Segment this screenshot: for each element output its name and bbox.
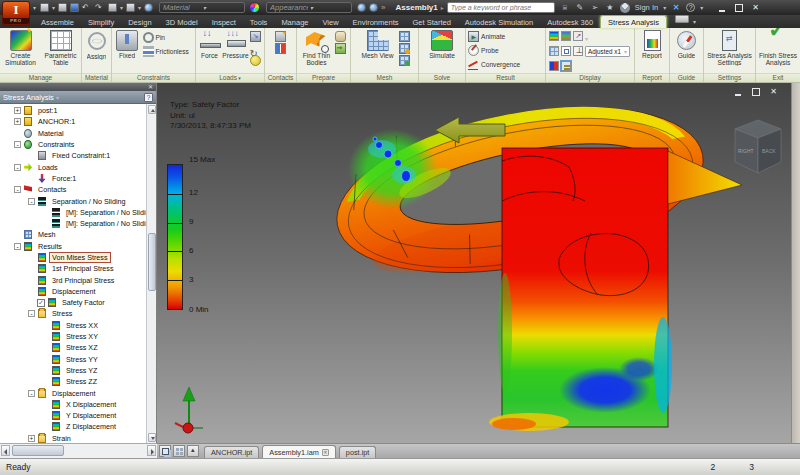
- help-icon[interactable]: ?: [686, 3, 695, 12]
- pencil-icon[interactable]: [575, 3, 585, 13]
- tree-item[interactable]: Displacement: [0, 387, 156, 398]
- probe-button[interactable]: Probe: [467, 44, 500, 57]
- panel-label-solve[interactable]: Solve: [419, 73, 465, 82]
- image-caret-icon[interactable]: [120, 3, 123, 12]
- tree-expander-icon[interactable]: [14, 164, 21, 171]
- tree-item[interactable]: Strain: [0, 433, 156, 443]
- gravity-icon[interactable]: [250, 55, 261, 66]
- search-binoculars-icon[interactable]: [560, 3, 570, 13]
- graphics-viewport[interactable]: RIGHT BACK Type: Safety Factor Unit: ul …: [157, 83, 791, 443]
- parametric-table-button[interactable]: Parametric Table: [41, 29, 80, 66]
- exchange-apps-icon[interactable]: [671, 3, 681, 13]
- ribbon-tab[interactable]: Autodesk Simulation: [458, 15, 540, 28]
- guide-button[interactable]: Guide: [672, 29, 702, 59]
- panel-label-prepare[interactable]: Prepare: [297, 73, 350, 82]
- tree-item[interactable]: Stress YZ: [0, 365, 156, 376]
- save-icon[interactable]: [70, 3, 79, 12]
- ribbon-tab[interactable]: Simplify: [81, 15, 121, 28]
- help-caret-icon[interactable]: [700, 3, 703, 12]
- document-tab[interactable]: Assembly1.iam: [262, 445, 335, 458]
- assign-material-button[interactable]: Assign: [83, 29, 110, 60]
- ribbon-tab[interactable]: Get Started: [405, 15, 457, 28]
- post-block-model[interactable]: [489, 148, 672, 431]
- tree-item[interactable]: Stress ZZ: [0, 376, 156, 387]
- tree-item[interactable]: Stress: [0, 308, 156, 319]
- ribbon-tab[interactable]: 3D Model: [159, 15, 205, 28]
- tree-item[interactable]: Force:1: [0, 173, 156, 184]
- tree-item[interactable]: Contacts: [0, 184, 156, 195]
- panel-label-report[interactable]: Report: [635, 73, 669, 82]
- moment-icon[interactable]: [250, 43, 261, 54]
- scrollbar-thumb[interactable]: [148, 233, 156, 291]
- report-button[interactable]: Report: [637, 29, 667, 59]
- tree-expander-icon[interactable]: [28, 435, 35, 442]
- tree-item[interactable]: Fixed Constraint:1: [0, 150, 156, 161]
- browser-header[interactable]: Stress Analysis ?: [0, 91, 156, 104]
- tree-expander-icon[interactable]: [14, 107, 21, 114]
- tree-item[interactable]: Material: [0, 128, 156, 139]
- material-dropdown[interactable]: Material: [159, 2, 245, 13]
- application-menu-button[interactable]: I PRO: [2, 1, 30, 26]
- stress-analysis-settings-button[interactable]: Stress Analysis Settings: [705, 29, 754, 66]
- view-cube[interactable]: RIGHT BACK: [735, 120, 781, 173]
- ribbon-tab[interactable]: Design: [121, 15, 158, 28]
- ribbon-tab[interactable]: Manage: [274, 15, 315, 28]
- element-visibility-icon[interactable]: [549, 46, 559, 56]
- mesh-view-button[interactable]: Mesh View: [358, 29, 398, 59]
- force-button[interactable]: Force: [198, 29, 222, 59]
- tree-item[interactable]: Results: [0, 241, 156, 252]
- panel-label-material[interactable]: Material: [82, 73, 111, 82]
- sign-in-caret-icon[interactable]: [663, 3, 666, 12]
- animate-button[interactable]: Animate: [467, 30, 506, 43]
- tree-item[interactable]: Loads: [0, 161, 156, 172]
- favorites-star-icon[interactable]: [605, 3, 615, 13]
- tree-expander-icon[interactable]: [14, 141, 21, 148]
- tree-item[interactable]: Stress XY: [0, 331, 156, 342]
- cascade-windows-icon[interactable]: [159, 445, 171, 457]
- tree-item[interactable]: [M]: Separation / No Sliding: [0, 207, 156, 218]
- panel-label-manage[interactable]: Manage: [0, 73, 81, 82]
- convergence-settings-icon[interactable]: [399, 55, 410, 66]
- panel-label-result[interactable]: Result: [466, 73, 545, 82]
- scroll-right-icon[interactable]: [147, 445, 156, 456]
- find-thin-bodies-button[interactable]: Find Thin Bodies: [300, 29, 334, 66]
- tree-item[interactable]: Stress XZ: [0, 342, 156, 353]
- ribbon-tab[interactable]: Stress Analysis: [600, 15, 667, 28]
- displacement-scale-icon[interactable]: [573, 46, 583, 56]
- viewcube-face-label[interactable]: RIGHT: [738, 148, 754, 154]
- boundary-condition-icon[interactable]: [561, 46, 571, 56]
- measure-icon[interactable]: [369, 3, 378, 12]
- min-max-labels-icon[interactable]: [549, 61, 559, 71]
- pressure-button[interactable]: Pressure: [223, 29, 249, 59]
- open-file-icon[interactable]: [58, 3, 67, 12]
- remote-force-icon[interactable]: [250, 31, 261, 42]
- ribbon-tab[interactable]: Autodesk 360: [540, 15, 600, 28]
- browser-vertical-scrollbar[interactable]: [146, 104, 156, 443]
- tree-expander-icon[interactable]: [14, 243, 21, 250]
- panel-label-constraints[interactable]: Constraints: [112, 73, 195, 82]
- tree-expander-icon[interactable]: [28, 390, 35, 397]
- appearance-dropdown[interactable]: Appearance: [266, 2, 352, 13]
- tree-item[interactable]: Von Mises Stress: [0, 252, 156, 263]
- redo-icon[interactable]: [95, 3, 105, 12]
- web-icon[interactable]: [144, 3, 153, 12]
- browser-horizontal-scrollbar[interactable]: [0, 443, 157, 458]
- color-wheel-icon[interactable]: [249, 2, 260, 13]
- close-icon[interactable]: [751, 4, 760, 12]
- ribbon-tab[interactable]: Tools: [243, 15, 275, 28]
- new-file-caret-icon[interactable]: [52, 3, 55, 12]
- offset-shell-icon[interactable]: [335, 31, 346, 42]
- tree-expander-icon[interactable]: [14, 186, 21, 193]
- browser-help-icon[interactable]: ?: [144, 93, 153, 102]
- paint-icon[interactable]: [126, 3, 135, 12]
- ribbon-tab[interactable]: Inspect: [205, 15, 243, 28]
- panel-label-mesh[interactable]: Mesh: [351, 73, 418, 82]
- tree-expander-icon[interactable]: [28, 310, 35, 317]
- scroll-down-icon[interactable]: [148, 433, 156, 442]
- tree-item[interactable]: post:1: [0, 105, 156, 116]
- panel-label-display[interactable]: Display: [546, 73, 634, 82]
- automatic-contacts-icon[interactable]: [275, 31, 286, 42]
- display-style-caret-icon[interactable]: [585, 27, 588, 45]
- tree-item[interactable]: Safety Factor: [0, 297, 156, 308]
- simulate-button[interactable]: Simulate: [422, 29, 462, 59]
